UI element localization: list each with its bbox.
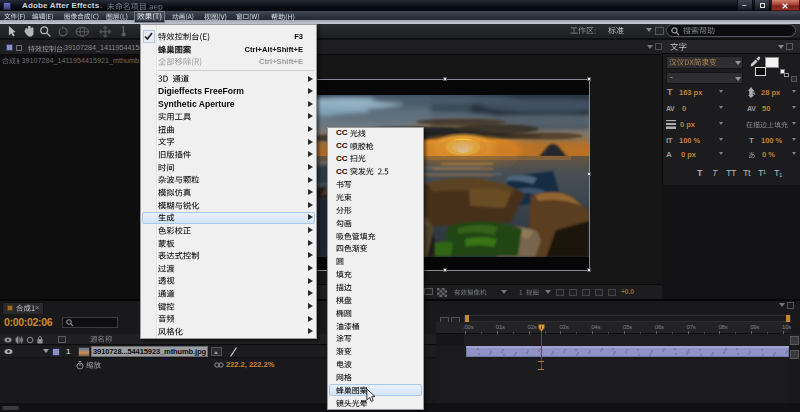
svg-text:A: A [750,88,756,97]
